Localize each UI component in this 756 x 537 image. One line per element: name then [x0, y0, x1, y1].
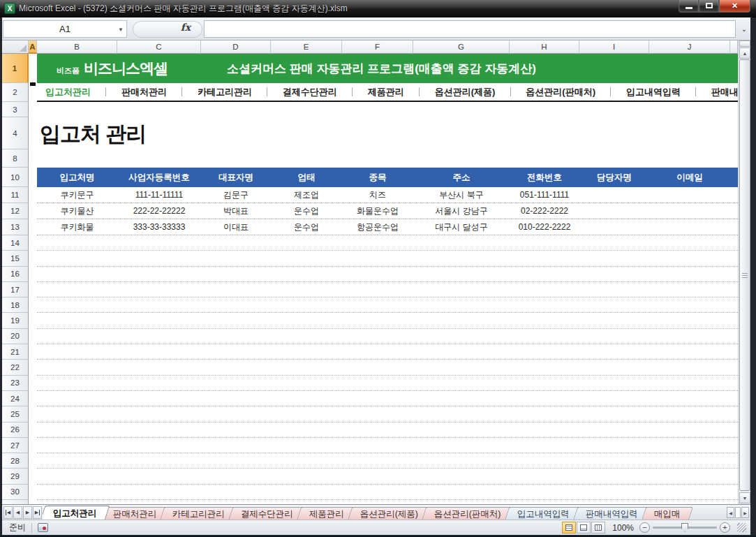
column-header-J[interactable]: J: [649, 41, 730, 54]
row-header[interactable]: 14: [2, 235, 29, 251]
select-all-button[interactable]: [2, 41, 29, 54]
empty-sheet-row[interactable]: [37, 329, 738, 344]
cell[interactable]: 111-11-11111: [117, 190, 201, 200]
zoom-slider[interactable]: [653, 527, 717, 529]
column-header-H[interactable]: H: [510, 41, 579, 54]
row-header[interactable]: 13: [2, 219, 29, 235]
row-header[interactable]: 20: [2, 329, 29, 344]
row-header[interactable]: 4: [2, 117, 29, 149]
next-sheet-button[interactable]: ▶: [23, 506, 32, 519]
row-header[interactable]: 15: [2, 251, 29, 266]
menu-item-category[interactable]: 카테고리관리: [198, 86, 252, 98]
row-header[interactable]: 18: [2, 297, 29, 313]
name-box-dropdown-icon[interactable]: ▼: [118, 27, 124, 33]
macro-record-icon[interactable]: [38, 523, 48, 532]
row-header[interactable]: 24: [2, 391, 29, 406]
column-header-partial[interactable]: [730, 41, 738, 54]
sheet-area[interactable]: 비즈폼 비즈니스엑셀 소셜커머스 판매 자동관리 프로그램(매출액 증감 자동계…: [29, 54, 738, 504]
selection-fill-handle[interactable]: [30, 82, 36, 86]
column-header-F[interactable]: F: [342, 41, 413, 54]
cell[interactable]: 박대표: [201, 205, 271, 217]
scroll-down-button[interactable]: ▼: [739, 492, 750, 503]
row-header[interactable]: 17: [2, 282, 29, 297]
empty-sheet-row[interactable]: [37, 438, 738, 453]
cell[interactable]: 051-111-1111: [510, 190, 579, 200]
row-header[interactable]: 26: [2, 422, 29, 438]
sheet-tab-inbound-entry[interactable]: 입고내역입력: [505, 507, 582, 520]
sheet-tab-option-product[interactable]: 옵션관리(제품): [348, 507, 431, 520]
row-header[interactable]: 29: [2, 469, 29, 484]
zoom-slider-thumb[interactable]: [681, 523, 688, 532]
row-header[interactable]: 10: [2, 168, 29, 187]
cell[interactable]: 222-22-22222: [117, 206, 201, 216]
sheet-tab-ipgocheo[interactable]: 입고처관리: [43, 506, 110, 520]
row-header[interactable]: 16: [2, 267, 29, 282]
sheet-tab-panmaecheo[interactable]: 판매처관리: [100, 507, 169, 520]
row-header[interactable]: 27: [2, 438, 29, 453]
menu-item-payment[interactable]: 결제수단관리: [283, 86, 337, 98]
vertical-scrollbar[interactable]: ▲ ▼: [738, 41, 750, 504]
close-button[interactable]: ✕: [719, 0, 750, 13]
cell[interactable]: 쿠키화물: [37, 221, 117, 233]
empty-sheet-row[interactable]: [37, 267, 738, 282]
sheet-tab-category[interactable]: 카테고리관리: [160, 507, 237, 520]
cell[interactable]: 대구시 달성구: [413, 221, 510, 233]
hscroll-right-button[interactable]: ▶: [741, 507, 749, 518]
menu-item-panmaecheo[interactable]: 판매처관리: [121, 86, 167, 98]
cell[interactable]: 서울시 강남구: [413, 205, 510, 217]
empty-sheet-row[interactable]: [37, 469, 738, 484]
menu-item-ipgocheo[interactable]: 입고처관리: [45, 86, 91, 98]
cell[interactable]: 운수업: [271, 221, 342, 233]
row-header[interactable]: 19: [2, 313, 29, 328]
zoom-in-button[interactable]: +: [720, 522, 730, 533]
cell[interactable]: 02-222-2222: [510, 206, 579, 216]
cell[interactable]: 010-222-2222: [510, 222, 579, 232]
menu-item-product[interactable]: 제품관리: [368, 86, 404, 98]
column-header-G[interactable]: G: [413, 41, 510, 54]
cell[interactable]: 333-33-33333: [117, 222, 201, 232]
cell[interactable]: 운수업: [271, 205, 342, 217]
empty-sheet-row[interactable]: [37, 406, 738, 422]
column-header-I[interactable]: I: [579, 41, 649, 54]
hscroll-left-button[interactable]: ◀: [727, 507, 734, 518]
maximize-button[interactable]: [699, 0, 719, 13]
first-sheet-button[interactable]: ◀: [3, 506, 13, 519]
row-header[interactable]: 23: [2, 376, 29, 391]
row-header[interactable]: 22: [2, 360, 29, 375]
column-header-C[interactable]: C: [117, 41, 201, 54]
empty-sheet-row[interactable]: [37, 453, 738, 469]
empty-sheet-row[interactable]: [37, 313, 738, 328]
cell[interactable]: 이대표: [201, 221, 271, 233]
cell[interactable]: 제조업: [271, 189, 342, 201]
row-header[interactable]: 21: [2, 344, 29, 360]
empty-sheet-row[interactable]: [37, 376, 738, 391]
menu-item-option-product[interactable]: 옵션관리(제품): [435, 86, 496, 98]
sheet-tab-payment[interactable]: 결제수단관리: [228, 507, 306, 520]
table-row[interactable]: 쿠키문구 111-11-11111 김문구 제조업 치즈 부산시 북구 051-…: [37, 187, 738, 203]
column-header-B[interactable]: B: [37, 41, 117, 54]
scroll-up-button[interactable]: ▲: [739, 47, 750, 59]
cell[interactable]: 부산시 북구: [413, 189, 510, 201]
empty-sheet-row[interactable]: [37, 422, 738, 438]
formula-input[interactable]: [204, 20, 736, 38]
row-header[interactable]: 12: [2, 203, 29, 219]
row-header[interactable]: 11: [2, 187, 29, 203]
page-break-view-button[interactable]: [591, 522, 605, 534]
formula-bar-expand-button[interactable]: ⌄: [737, 20, 751, 38]
cell[interactable]: 쿠키물산: [37, 205, 117, 217]
table-row[interactable]: 쿠키화물 333-33-33333 이대표 운수업 항공운수업 대구시 달성구 …: [37, 219, 738, 235]
last-sheet-button[interactable]: ▶: [33, 506, 42, 519]
name-box[interactable]: A1 ▼: [3, 20, 127, 38]
empty-sheet-row[interactable]: [37, 235, 738, 251]
empty-sheet-row[interactable]: [37, 251, 738, 266]
zoom-out-button[interactable]: −: [639, 522, 650, 533]
column-header-E[interactable]: E: [271, 41, 342, 54]
sheet-tab-purchase[interactable]: 매입매: [642, 507, 693, 520]
menu-item-option-seller[interactable]: 옵션관리(판매처): [526, 86, 595, 98]
page-layout-view-button[interactable]: [577, 522, 591, 534]
empty-sheet-row[interactable]: [37, 391, 738, 406]
sheet-tab-option-seller[interactable]: 옵션관리(판매처): [422, 507, 514, 520]
row-header[interactable]: 3: [2, 102, 29, 117]
row-header[interactable]: 30: [2, 485, 29, 500]
empty-sheet-row[interactable]: [37, 297, 738, 313]
